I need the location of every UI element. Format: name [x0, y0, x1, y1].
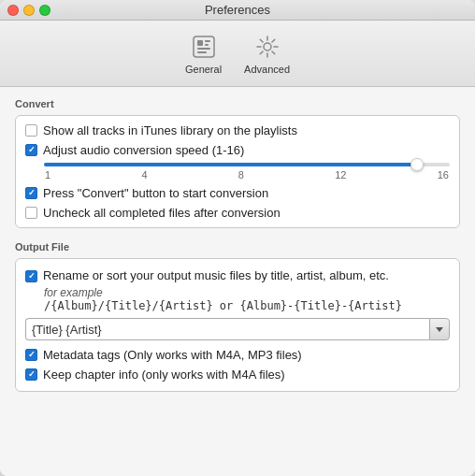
format-input[interactable]	[25, 318, 429, 340]
advanced-icon	[252, 32, 282, 62]
svg-rect-2	[205, 40, 210, 42]
svg-rect-4	[197, 48, 210, 50]
convert-section-box: Show all tracks in iTunes library on the…	[15, 115, 460, 228]
show-all-tracks-checkbox[interactable]	[25, 124, 37, 137]
press-convert-label: Press "Convert" button to start conversi…	[43, 186, 268, 200]
svg-point-6	[264, 43, 271, 50]
general-icon	[189, 32, 219, 62]
uncheck-completed-row: Uncheck all completed files after conver…	[25, 206, 450, 220]
svg-rect-1	[197, 40, 203, 46]
press-convert-row: Press "Convert" button to start conversi…	[25, 186, 450, 200]
chapter-label: Keep chapter info (only works with M4A f…	[43, 368, 285, 382]
maximize-button[interactable]	[39, 5, 50, 16]
example-path: /{Album}/{Title}/{Artist} or {Album}-{Ti…	[44, 299, 450, 312]
slider-labels: 1 4 8 12 16	[44, 169, 450, 180]
window-title: Preferences	[205, 3, 270, 17]
show-all-tracks-row: Show all tracks in iTunes library on the…	[25, 123, 450, 137]
slider-label-16: 16	[438, 169, 449, 180]
metadata-checkbox[interactable]	[25, 349, 37, 361]
close-button[interactable]	[7, 5, 19, 16]
adjust-audio-speed-checkbox[interactable]	[25, 144, 37, 156]
minimize-button[interactable]	[23, 5, 35, 16]
format-dropdown-button[interactable]	[429, 318, 450, 340]
content-area: Convert Show all tracks in iTunes librar…	[0, 87, 475, 476]
svg-rect-0	[194, 36, 214, 57]
tab-advanced-label: Advanced	[244, 64, 290, 75]
tab-advanced[interactable]: Advanced	[233, 28, 301, 77]
svg-rect-5	[197, 51, 207, 53]
show-all-tracks-label: Show all tracks in iTunes library on the…	[43, 123, 297, 137]
slider-label-1: 1	[45, 169, 50, 180]
output-section-title: Output File	[15, 241, 460, 252]
toolbar: General Advanced	[0, 21, 475, 87]
press-convert-checkbox[interactable]	[25, 187, 37, 199]
convert-section: Convert Show all tracks in iTunes librar…	[15, 98, 460, 228]
uncheck-completed-label: Uncheck all completed files after conver…	[43, 206, 281, 220]
rename-checkbox[interactable]	[25, 270, 37, 282]
rename-label: Rename or sort your output music files b…	[43, 268, 389, 282]
tab-general-label: General	[185, 64, 222, 75]
output-section-box: Rename or sort your output music files b…	[15, 258, 460, 392]
speed-slider-container: 1 4 8 12 16	[44, 163, 450, 180]
rename-row: Rename or sort your output music files b…	[25, 268, 450, 282]
uncheck-completed-checkbox[interactable]	[25, 207, 37, 219]
chapter-row: Keep chapter info (only works with M4A f…	[25, 368, 450, 382]
adjust-audio-speed-row: Adjust audio conversion speed (1-16)	[25, 143, 450, 157]
format-input-row	[25, 318, 450, 340]
preferences-window: Preferences General	[0, 0, 475, 476]
slider-fill	[44, 163, 417, 166]
slider-label-8: 8	[238, 169, 244, 180]
metadata-label: Metadata tags (Only works with M4A, MP3 …	[43, 348, 302, 362]
chapter-checkbox[interactable]	[25, 368, 37, 381]
titlebar: Preferences	[0, 0, 475, 21]
chevron-down-icon	[436, 327, 443, 332]
metadata-row: Metadata tags (Only works with M4A, MP3 …	[25, 348, 450, 362]
convert-section-title: Convert	[15, 98, 460, 109]
output-section: Output File Rename or sort your output m…	[15, 241, 460, 392]
example-label: for example	[44, 286, 450, 299]
slider-track[interactable]	[44, 163, 450, 166]
adjust-audio-speed-label: Adjust audio conversion speed (1-16)	[43, 143, 244, 157]
example-block: for example /{Album}/{Title}/{Artist} or…	[44, 286, 450, 312]
slider-label-12: 12	[335, 169, 346, 180]
svg-rect-3	[205, 44, 209, 46]
slider-label-4: 4	[141, 169, 147, 180]
window-buttons	[7, 5, 50, 16]
tab-general[interactable]: General	[174, 28, 233, 77]
